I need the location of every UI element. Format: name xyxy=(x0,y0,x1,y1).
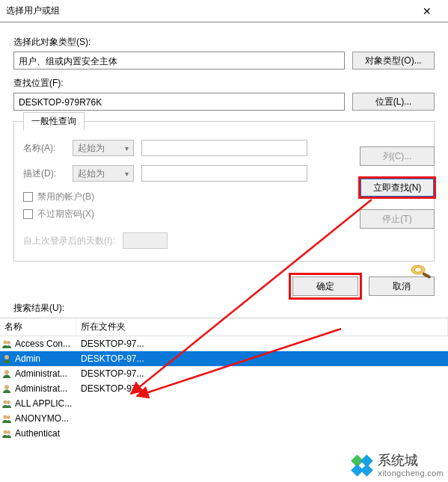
column-name[interactable]: 名称 xyxy=(0,318,76,336)
object-type-field[interactable]: 用户、组或内置安全主体 xyxy=(13,52,345,69)
close-button[interactable]: ✕ xyxy=(412,0,442,22)
columns-button[interactable]: 列(C)... xyxy=(360,146,435,166)
watermark-logo-icon xyxy=(346,450,378,481)
table-row[interactable]: AdminDESKTOP-97... xyxy=(0,351,448,366)
days-since-login-combo[interactable] xyxy=(123,232,168,249)
location-label: 查找位置(F): xyxy=(13,77,435,90)
search-icon xyxy=(408,262,435,282)
location-field[interactable]: DESKTOP-979R76K xyxy=(13,93,345,111)
results-table: 名称 所在文件夹 Access Con...DESKTOP-97...Admin… xyxy=(0,318,448,441)
watermark-name: 系统城 xyxy=(378,454,444,469)
svg-point-6 xyxy=(4,370,9,374)
locations-button[interactable]: 位置(L)... xyxy=(352,93,435,111)
svg-point-5 xyxy=(4,355,9,359)
right-button-column: 列(C)... 立即查找(N) 停止(T) xyxy=(360,146,435,282)
name-input[interactable] xyxy=(141,140,307,156)
svg-point-11 xyxy=(7,415,10,419)
find-now-button[interactable]: 立即查找(N) xyxy=(360,178,435,197)
days-since-login-label: 自上次登录后的天数(I): xyxy=(23,235,115,247)
svg-point-13 xyxy=(7,430,10,434)
user-icon xyxy=(0,353,13,364)
common-queries-tab[interactable]: 一般性查询 xyxy=(23,112,85,131)
row-location: DESKTOP-97... xyxy=(76,368,448,379)
nonexpiring-password-checkbox[interactable] xyxy=(23,209,33,219)
row-name: Access Con... xyxy=(13,339,76,349)
row-name: ALL APPLIC... xyxy=(13,398,76,409)
title-bar: 选择用户或组 ✕ xyxy=(0,0,448,22)
desc-input[interactable] xyxy=(141,165,307,182)
column-location[interactable]: 所在文件夹 xyxy=(76,318,448,336)
chevron-down-icon: ▾ xyxy=(125,144,129,152)
name-label: 名称(A): xyxy=(23,142,65,155)
name-match-combo[interactable]: 起始为 ▾ xyxy=(73,140,134,156)
row-location: DESKTOP-97... xyxy=(76,353,448,364)
results-label: 搜索结果(U): xyxy=(13,302,448,315)
group-icon xyxy=(0,413,13,424)
row-location: DESKTOP-97... xyxy=(76,339,448,349)
group-icon xyxy=(0,398,13,409)
svg-point-12 xyxy=(3,430,7,433)
svg-point-1 xyxy=(414,268,422,273)
svg-point-7 xyxy=(4,385,9,389)
ok-button[interactable]: 确定 xyxy=(292,276,358,296)
nonexpiring-password-label: 不过期密码(X) xyxy=(37,208,94,220)
group-icon xyxy=(0,339,13,349)
row-name: ANONYMO... xyxy=(13,413,76,424)
svg-point-3 xyxy=(3,340,7,344)
results-header: 名称 所在文件夹 xyxy=(0,318,448,336)
table-row[interactable]: Access Con...DESKTOP-97... xyxy=(0,336,448,351)
user-icon xyxy=(0,383,13,394)
row-name: Administrat... xyxy=(13,368,76,379)
svg-rect-2 xyxy=(422,272,431,279)
row-name: Admin xyxy=(13,353,76,364)
desc-label: 描述(D): xyxy=(23,167,65,180)
object-types-button[interactable]: 对象类型(O)... xyxy=(352,52,435,69)
window-title: 选择用户或组 xyxy=(6,4,412,17)
close-icon: ✕ xyxy=(423,5,432,17)
table-row[interactable]: Administrat...DESKTOP-97... xyxy=(0,366,448,381)
svg-point-10 xyxy=(3,415,7,418)
chevron-down-icon: ▾ xyxy=(125,170,129,178)
svg-point-8 xyxy=(3,400,7,404)
row-location: DESKTOP-97... xyxy=(76,383,448,394)
object-type-label: 选择此对象类型(S): xyxy=(13,36,435,49)
stop-button[interactable]: 停止(T) xyxy=(360,209,435,229)
watermark: 系统城 xitongcheng.com xyxy=(351,454,444,478)
table-row[interactable]: ANONYMO... xyxy=(0,411,448,426)
watermark-url: xitongcheng.com xyxy=(378,469,444,478)
table-row[interactable]: Administrat...DESKTOP-97... xyxy=(0,381,448,396)
svg-point-9 xyxy=(7,401,10,404)
row-name: Authenticat xyxy=(13,428,76,439)
user-icon xyxy=(0,368,13,379)
disabled-accounts-label: 禁用的帐户(B) xyxy=(37,191,94,203)
desc-match-combo[interactable]: 起始为 ▾ xyxy=(73,165,134,182)
svg-point-4 xyxy=(7,341,10,344)
group-icon xyxy=(0,428,13,439)
row-name: Administrat... xyxy=(13,383,76,394)
table-row[interactable]: ALL APPLIC... xyxy=(0,396,448,411)
disabled-accounts-checkbox[interactable] xyxy=(23,192,33,202)
table-row[interactable]: Authenticat xyxy=(0,426,448,441)
